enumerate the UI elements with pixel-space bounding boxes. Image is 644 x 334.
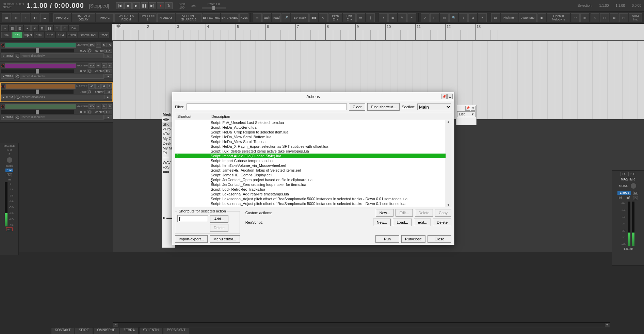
wave-icon[interactable]: ∿ bbox=[319, 13, 328, 22]
track-trim-button[interactable]: ▸ TRIM bbox=[1, 74, 14, 79]
run-close-button[interactable]: Run/close bbox=[401, 235, 425, 243]
track-recmode-select[interactable]: record disabled ▾ bbox=[20, 115, 104, 120]
master-mute-button[interactable]: M bbox=[633, 191, 639, 195]
master-solo-button[interactable]: S bbox=[633, 196, 638, 200]
pitch-env-button[interactable]: Pitch Env bbox=[328, 13, 342, 22]
timesig-block[interactable]: 2/4 bbox=[191, 4, 196, 7]
track-recfx-button[interactable]: ▸ bbox=[104, 95, 112, 99]
tool-icon[interactable]: ⤢ bbox=[421, 13, 430, 22]
pan-env-button[interactable]: Pan Env bbox=[343, 13, 355, 22]
toolbar-icon[interactable]: ▦ bbox=[2, 13, 11, 22]
grid-1-8[interactable]: 1/8 bbox=[12, 32, 22, 38]
pitch-item-button[interactable]: Pitch Item bbox=[501, 13, 518, 22]
close-button[interactable]: Close bbox=[428, 235, 451, 243]
track-trim-button[interactable]: ▸ TRIM bbox=[1, 115, 14, 120]
action-row[interactable]: Script: FnA_Unselect Last Selected Item.… bbox=[175, 120, 451, 125]
track-volume-slider[interactable] bbox=[1, 49, 74, 52]
action-row[interactable]: Script: Lokasenna_Adjust pitch offset of… bbox=[175, 201, 451, 206]
action-row[interactable]: [Script: Import Audio File(Cubase Style)… bbox=[175, 154, 451, 158]
track-fx-button[interactable]: F.X bbox=[104, 69, 112, 73]
mixer-vol-value[interactable]: 0.00 bbox=[5, 169, 14, 172]
track-solo-button[interactable]: S bbox=[108, 104, 112, 109]
col-description[interactable]: Description bbox=[209, 113, 451, 120]
delete-shortcut-button[interactable]: Delete bbox=[210, 224, 228, 232]
action-row[interactable]: Script: HeDa_AutoSend.lua bbox=[175, 125, 451, 130]
tool-icon[interactable]: ▭ bbox=[356, 13, 365, 22]
track-recfx-button[interactable]: ▸ bbox=[104, 54, 112, 58]
pin-icon[interactable]: 📌 bbox=[465, 106, 470, 111]
fx-hdelay-button[interactable]: H-DELAY bbox=[157, 13, 175, 22]
tool-icon[interactable]: ◫ bbox=[430, 13, 439, 22]
tool-icon[interactable]: ⧉ bbox=[468, 13, 477, 22]
action-row[interactable]: Script: HeDa_X-Raym_Export selection as … bbox=[175, 144, 451, 149]
rate-value[interactable]: 1.0 bbox=[215, 2, 220, 6]
track-env-button[interactable]: 〜 bbox=[96, 63, 101, 68]
actions-titlebar[interactable]: Actions 📌 x bbox=[172, 92, 454, 101]
menu-editor-button[interactable]: Menu editor... bbox=[210, 235, 240, 243]
rate-slider[interactable] bbox=[202, 7, 226, 9]
toolbar-icon[interactable]: ☁ bbox=[40, 13, 49, 22]
track-name-field[interactable] bbox=[5, 63, 76, 68]
selection-end[interactable]: 1.1.00 bbox=[615, 4, 625, 7]
mic-icon[interactable]: 🎤 bbox=[281, 13, 290, 22]
tool-icon[interactable]: ⇉ bbox=[253, 13, 262, 22]
action-row[interactable]: Script: JerContact_Zero crossing loop ma… bbox=[175, 182, 451, 187]
track-volume-slider[interactable] bbox=[1, 69, 74, 73]
track-fx-button[interactable]: F.X bbox=[104, 49, 112, 53]
track-panel[interactable]: MASTERI/O〜MS0.00◯centerF.X▸ TRIM◯record … bbox=[0, 82, 113, 102]
fx-effectrix-button[interactable]: EFFECTRIX bbox=[203, 13, 220, 22]
action-row[interactable]: Script: JerContact_Open project based on… bbox=[175, 177, 451, 182]
action-row[interactable]: Script: Lock RetroRec Tracks.lua bbox=[175, 187, 451, 192]
record-arm-button[interactable] bbox=[1, 85, 5, 88]
track-recfx-button[interactable]: ▸ bbox=[104, 74, 112, 78]
track-io-button[interactable]: I/O bbox=[88, 63, 95, 68]
track-mute-button[interactable]: M bbox=[102, 43, 107, 47]
grid-1-64[interactable]: 1/64 bbox=[56, 32, 66, 38]
reascript-new-button[interactable]: New... bbox=[373, 219, 391, 226]
tool-icon[interactable]: ▥ bbox=[440, 13, 449, 22]
grid-triplet[interactable]: triplet bbox=[23, 32, 33, 38]
snap-tool-icon[interactable]: ⊃ bbox=[54, 25, 61, 31]
action-row[interactable]: Script: HeDa_Crop Region to selected ite… bbox=[175, 130, 451, 134]
run-button[interactable]: Run bbox=[375, 235, 399, 243]
toolbar-icon[interactable]: ≡ bbox=[21, 13, 30, 22]
track-recmode-select[interactable]: record disabled ▾ bbox=[20, 53, 104, 58]
track-name-field[interactable] bbox=[5, 84, 76, 89]
scrollbar[interactable] bbox=[446, 120, 451, 207]
track-trim-button[interactable]: ▸ TRIM bbox=[1, 95, 15, 99]
grid-1-128[interactable]: 1/128 bbox=[67, 32, 77, 38]
track-name-field[interactable] bbox=[5, 104, 76, 109]
track-recmode-select[interactable]: record disabled ▾ bbox=[20, 74, 104, 79]
timesig-value[interactable]: 2/4 bbox=[191, 4, 196, 7]
custom-new-button[interactable]: New... bbox=[376, 209, 394, 217]
action-row[interactable]: Script: Lokasenna_Adjust pitch offset of… bbox=[175, 206, 451, 207]
track-auto-button[interactable]: ◯ bbox=[15, 115, 19, 120]
snap-tool-icon[interactable]: ▮▮ bbox=[46, 25, 53, 31]
record-button[interactable]: ● bbox=[157, 2, 164, 9]
action-row[interactable]: Script: IXix_delete selected items activ… bbox=[175, 149, 451, 154]
reascript-load-button[interactable]: Load... bbox=[393, 219, 412, 226]
goto-end-button[interactable]: ▶| bbox=[149, 2, 156, 9]
action-row[interactable]: Script: Lokasenna_Adjust pitch offset of… bbox=[175, 196, 451, 201]
melodyne-button[interactable]: Open in Melodyne bbox=[547, 13, 570, 22]
track-env-button[interactable]: 〜 bbox=[96, 104, 101, 109]
mixer-rec-button[interactable]: rec bbox=[6, 227, 13, 231]
master-vol-value[interactable]: -1.89dB bbox=[617, 191, 631, 195]
track-trim-button[interactable]: ▸ TRIM bbox=[1, 53, 14, 58]
pin-icon[interactable]: 📌 bbox=[441, 94, 447, 99]
grid-1-32[interactable]: 1/32 bbox=[45, 32, 55, 38]
action-row[interactable]: Script: HeDa_View Scroll Bottom.lua bbox=[175, 134, 451, 139]
track-pan-knob[interactable]: ◯ bbox=[86, 90, 91, 94]
col-shortcut[interactable]: Shortcut bbox=[175, 113, 209, 120]
snap-tool-icon[interactable]: ▥ bbox=[16, 25, 23, 31]
snap-tool-icon[interactable]: ⊞ bbox=[39, 25, 46, 31]
fx-rvox-button[interactable]: RVox bbox=[239, 13, 248, 22]
track-io-button[interactable]: I/O bbox=[88, 104, 95, 109]
track-solo-button[interactable]: S bbox=[107, 84, 112, 89]
reascript-delete-button[interactable]: Delete bbox=[433, 219, 451, 226]
snap-tool-icon[interactable]: ▲ bbox=[24, 25, 31, 31]
actions-list-header[interactable]: Shortcut Description bbox=[175, 113, 451, 120]
track-pan-knob[interactable]: ◯ bbox=[87, 48, 92, 53]
bpm-block[interactable]: BPM 100 bbox=[179, 2, 186, 9]
stop-button[interactable]: ■ bbox=[124, 2, 132, 9]
